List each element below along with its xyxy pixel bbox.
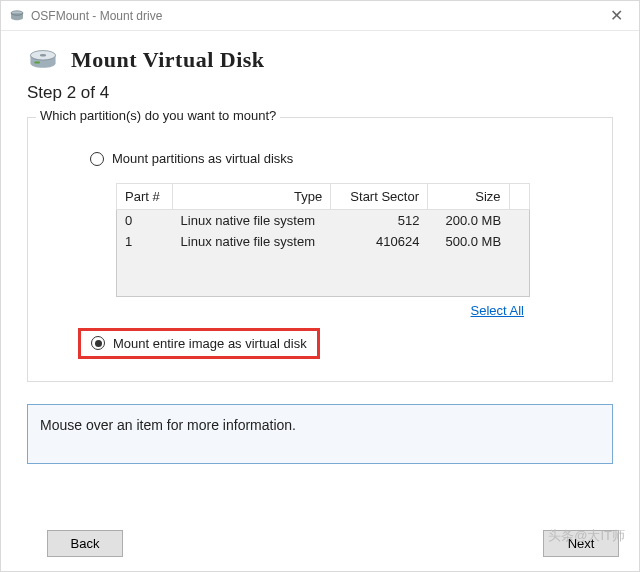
col-start[interactable]: Start Sector: [331, 184, 428, 210]
col-part[interactable]: Part #: [117, 184, 173, 210]
button-row: Back Next: [47, 530, 619, 557]
partition-table: Part # Type Start Sector Size 0 Linux na…: [116, 183, 588, 297]
cell: 200.0 MB: [428, 210, 510, 232]
cell: 410624: [331, 231, 428, 252]
cell: Linux native file system: [173, 210, 331, 232]
next-button[interactable]: Next: [543, 530, 619, 557]
radio-icon: [90, 152, 104, 166]
titlebar: OSFMount - Mount drive ✕: [1, 1, 639, 31]
table-empty-space: [117, 252, 530, 296]
select-all-link[interactable]: Select All: [471, 303, 524, 318]
cell: 1: [117, 231, 173, 252]
radio-label: Mount entire image as virtual disk: [113, 336, 307, 351]
col-size[interactable]: Size: [428, 184, 510, 210]
svg-rect-5: [34, 62, 40, 64]
disk-icon: [27, 49, 59, 71]
col-type[interactable]: Type: [173, 184, 331, 210]
window-title: OSFMount - Mount drive: [31, 9, 162, 23]
col-spacer: [509, 184, 529, 210]
svg-point-4: [40, 54, 46, 57]
radio-mount-entire[interactable]: Mount entire image as virtual disk: [78, 328, 320, 359]
table-row[interactable]: 1 Linux native file system 410624 500.0 …: [117, 231, 530, 252]
app-icon: [9, 8, 25, 24]
info-text: Mouse over an item for more information.: [40, 417, 296, 433]
table-header-row: Part # Type Start Sector Size: [117, 184, 530, 210]
partition-group: Which partition(s) do you want to mount?…: [27, 117, 613, 382]
step-label: Step 2 of 4: [27, 83, 613, 103]
cell: 500.0 MB: [428, 231, 510, 252]
app-title: Mount Virtual Disk: [71, 47, 265, 73]
group-legend: Which partition(s) do you want to mount?: [36, 108, 280, 123]
cell: Linux native file system: [173, 231, 331, 252]
back-button[interactable]: Back: [47, 530, 123, 557]
radio-mount-partitions[interactable]: Mount partitions as virtual disks: [90, 148, 588, 169]
cell: 512: [331, 210, 428, 232]
close-button[interactable]: ✕: [598, 2, 635, 29]
content: Mount Virtual Disk Step 2 of 4 Which par…: [1, 31, 639, 464]
radio-icon: [91, 336, 105, 350]
info-box: Mouse over an item for more information.: [27, 404, 613, 464]
radio-label: Mount partitions as virtual disks: [112, 151, 293, 166]
cell: 0: [117, 210, 173, 232]
table-row[interactable]: 0 Linux native file system 512 200.0 MB: [117, 210, 530, 232]
